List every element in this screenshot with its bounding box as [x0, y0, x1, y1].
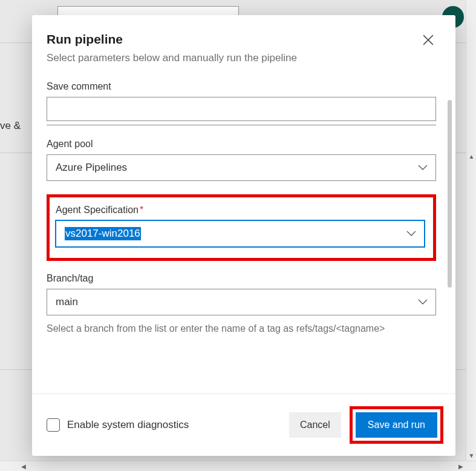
- branch-select[interactable]: main: [47, 289, 436, 315]
- field-branch: Branch/tag main Select a branch from the…: [47, 273, 436, 337]
- close-icon: [423, 35, 434, 45]
- modal-scrollbar[interactable]: [448, 100, 452, 288]
- scroll-up-icon[interactable]: ▲: [466, 151, 476, 162]
- modal-title: Run pipeline: [47, 32, 123, 47]
- scroll-down-icon[interactable]: ▼: [466, 450, 476, 461]
- agent-pool-select[interactable]: Azure Pipelines: [47, 154, 436, 181]
- bg-text-fragment: ve &: [0, 120, 21, 132]
- save-and-run-button[interactable]: Save and run: [356, 412, 437, 438]
- close-button[interactable]: [420, 32, 436, 50]
- save-comment-input[interactable]: [47, 97, 436, 121]
- modal-footer: Enable system diagnostics Cancel Save an…: [32, 394, 455, 456]
- bg-scrollbar-horizontal[interactable]: ◀ ▶: [0, 461, 476, 471]
- diagnostics-label: Enable system diagnostics: [67, 419, 189, 431]
- required-indicator: *: [140, 205, 143, 215]
- agent-pool-value: Azure Pipelines: [56, 162, 127, 174]
- agent-pool-label: Agent pool: [47, 139, 436, 150]
- branch-value: main: [56, 296, 78, 308]
- input-underline: [47, 125, 436, 125]
- scroll-right-icon[interactable]: ▶: [455, 461, 466, 471]
- agent-spec-highlight-box: Agent Specification* vs2017-win2016: [47, 194, 436, 261]
- field-save-comment: Save comment: [47, 81, 436, 125]
- branch-label: Branch/tag: [47, 273, 436, 284]
- cancel-button[interactable]: Cancel: [289, 412, 341, 438]
- save-comment-label: Save comment: [47, 81, 436, 92]
- run-pipeline-modal: Run pipeline Select parameters below and…: [32, 15, 455, 456]
- scroll-left-icon[interactable]: ◀: [18, 461, 28, 471]
- agent-spec-label: Agent Specification*: [56, 205, 425, 216]
- bg-scrollbar-vertical[interactable]: ▲ ▼: [466, 0, 476, 471]
- branch-helper-text: Select a branch from the list or enter t…: [47, 321, 436, 337]
- modal-subtitle: Select parameters below and manually run…: [47, 52, 436, 64]
- agent-spec-select[interactable]: vs2017-win2016: [56, 220, 425, 247]
- save-run-highlight-box: Save and run: [350, 406, 443, 444]
- field-agent-pool: Agent pool Azure Pipelines: [47, 139, 436, 181]
- diagnostics-checkbox[interactable]: [47, 418, 60, 432]
- agent-spec-value: vs2017-win2016: [65, 227, 141, 240]
